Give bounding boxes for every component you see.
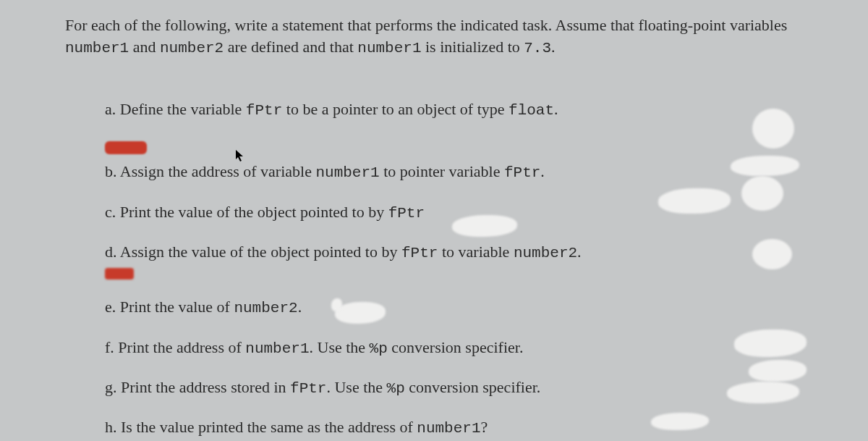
code-float: float: [509, 102, 554, 119]
item-b: b. Assign the address of variable number…: [105, 161, 803, 183]
erasure-mark: [741, 176, 783, 211]
item-text: c. Print the value of the object pointed…: [105, 203, 388, 221]
item-text: .: [577, 243, 582, 261]
question-list: a. Define the variable fPtr to be a poin…: [65, 98, 803, 440]
intro-text: are defined and that: [224, 38, 357, 56]
intro-text: For each of the following, write a state…: [65, 16, 787, 34]
item-e: e. Print the value of number2.: [105, 296, 803, 319]
erasure-mark: [452, 215, 517, 237]
code-fptr: fPtr: [504, 164, 540, 181]
code-seven-three: 7.3: [524, 40, 551, 56]
item-text: conversion specifier.: [388, 338, 524, 356]
erasure-mark: [658, 188, 731, 214]
intro-text: is initialized to: [422, 38, 524, 56]
item-a: a. Define the variable fPtr to be a poin…: [105, 98, 803, 121]
redaction-mark: [105, 268, 134, 280]
item-text: g. Print the address stored in: [105, 378, 290, 396]
item-text: to variable: [438, 243, 513, 261]
intro-text: and: [129, 38, 160, 56]
erasure-mark: [752, 239, 792, 269]
erasure-mark: [335, 302, 386, 324]
item-text: f. Print the address of: [105, 338, 245, 356]
redaction-mark: [105, 141, 147, 154]
code-number1: number1: [245, 340, 309, 357]
code-number2: number2: [234, 300, 297, 316]
erasure-mark: [651, 413, 709, 430]
item-text: h. Is the value printed the same as the …: [105, 418, 417, 436]
item-text: conversion specifier.: [405, 378, 541, 396]
item-text: .: [554, 100, 558, 118]
erasure-mark: [749, 360, 807, 382]
intro-text: .: [551, 38, 556, 56]
code-number1: number1: [65, 40, 129, 56]
code-number1: number1: [417, 420, 480, 437]
item-text: . Use the: [310, 338, 370, 356]
code-percent-p: %p: [387, 380, 405, 397]
intro-paragraph: For each of the following, write a state…: [65, 14, 803, 59]
code-fptr: fPtr: [388, 205, 425, 222]
code-number1: number1: [315, 164, 379, 181]
code-fptr: fPtr: [290, 380, 326, 397]
item-text: .: [298, 298, 302, 316]
erasure-mark: [734, 329, 807, 357]
item-text: to pointer variable: [380, 162, 504, 180]
item-text: ?: [481, 418, 488, 436]
item-g: g. Print the address stored in fPtr. Use…: [105, 377, 803, 399]
item-text: e. Print the value of: [105, 298, 234, 316]
item-text: . Use the: [326, 378, 386, 396]
item-text: to be a pointer to an object of type: [282, 100, 509, 118]
item-text: d. Assign the value of the object pointe…: [105, 243, 401, 261]
code-number2: number2: [514, 245, 577, 261]
item-text: b. Assign the address of variable: [105, 162, 315, 180]
erasure-mark: [727, 382, 799, 403]
code-fptr: fPtr: [246, 102, 282, 119]
erasure-mark: [752, 109, 794, 148]
code-number2: number2: [160, 40, 224, 56]
erasure-mark: [731, 156, 799, 176]
item-f: f. Print the address of number1. Use the…: [105, 337, 803, 359]
item-text: .: [540, 162, 545, 180]
code-number1: number1: [357, 40, 421, 56]
item-d: d. Assign the value of the object pointe…: [105, 241, 803, 264]
erasure-mark: [331, 298, 342, 311]
item-text: a. Define the variable: [105, 100, 246, 118]
code-percent-p: %p: [370, 340, 388, 357]
code-fptr: fPtr: [401, 245, 438, 261]
